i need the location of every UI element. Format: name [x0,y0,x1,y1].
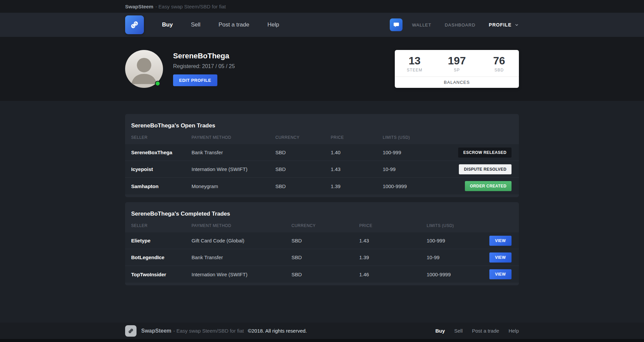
open-trades-panel: SereneBoThega's Open Trades SELLER PAYME… [125,114,519,197]
footer-brand: SwapSteem [141,328,171,334]
balance-steem-value: 13 [402,55,427,67]
seller-name: SereneBoxThega [131,150,192,155]
currency: SBD [291,238,359,243]
column-header-limits: LIMITS (USD) [427,223,487,228]
nav-profile-label: PROFILE [489,22,512,27]
column-header-seller: SELLER [131,223,192,228]
footer-tagline: - Easy swap Steem/SBD for fiat [173,328,244,334]
main-nav: Buy Sell Post a trade Help [162,21,279,28]
swapsteem-logo-icon[interactable] [125,15,144,34]
seller-name: BotLegendIce [131,254,192,260]
currency: SBD [291,254,359,260]
chat-button[interactable] [390,18,402,31]
price: 1.39 [331,183,383,189]
footer-links: Buy Sell Post a trade Help [435,328,519,334]
chat-bubble-icon [393,22,399,28]
payment-method: Gift Card Code (Global) [192,238,291,243]
view-button[interactable]: VIEW [489,236,512,246]
nav-dashboard-link[interactable]: DASHBOARD [445,22,475,27]
seller-name: Icyepoist [131,166,192,172]
avatar [125,50,163,88]
limits: 100-999 [383,150,445,155]
nav-bar: Buy Sell Post a trade Help WALLET DASHBO… [0,13,644,37]
footer-link-buy[interactable]: Buy [435,328,445,334]
online-status-dot [155,81,160,86]
escrow-released-button[interactable]: ESCROW RELEASED [458,148,512,158]
payment-method: Moneygram [192,183,275,189]
topbar: SwapSteem - Easy swap Steem/SBD for fiat [0,0,644,13]
nav-item-sell[interactable]: Sell [191,21,200,28]
completed-trades-title: SereneBoThega's Completed Trades [125,202,519,223]
dispute-resolved-button[interactable]: DISPUTE RESOLVED [459,164,512,174]
limits: 1000-9999 [383,183,445,189]
view-button[interactable]: VIEW [489,269,512,279]
limits: 10-99 [383,166,445,172]
seller-name: Samhapton [131,183,192,189]
nav-item-post-a-trade[interactable]: Post a trade [218,21,249,28]
nav-profile-menu[interactable]: PROFILE [489,22,519,27]
column-header-price: PRICE [359,223,427,228]
main-content: SereneBoThega's Open Trades SELLER PAYME… [0,101,644,323]
balance-sp: 197 SP [444,55,469,72]
column-header-currency: CURRENCY [291,223,359,228]
price: 1.39 [359,254,427,260]
column-header-price: PRICE [331,135,383,140]
nav-right: WALLET DASHBOARD PROFILE [390,18,519,31]
column-header-limits: LIMITS (USD) [383,135,445,140]
column-header-payment-method: PAYMENT METHOD [192,223,291,228]
table-row: Samhapton Moneygram SBD 1.39 1000-9999 O… [125,178,519,194]
completed-trades-panel: SereneBoThega's Completed Trades SELLER … [125,202,519,285]
nav-wallet-link[interactable]: WALLET [412,22,431,27]
footer-link-post-a-trade[interactable]: Post a trade [472,328,499,334]
edit-profile-button[interactable]: EDIT PROFILE [173,74,217,86]
table-row: TopTwoInsider Internation Wire (SWIFT) S… [125,266,519,283]
payment-method: Bank Transfer [192,254,291,260]
view-button[interactable]: VIEW [489,252,512,263]
completed-trades-header-row: SELLER PAYMENT METHOD CURRENCY PRICE LIM… [125,223,519,232]
topbar-brand: SwapSteem [125,4,153,9]
balance-sp-unit: SP [444,68,469,72]
balances-card: 13 STEEM 197 SP 76 SBD BALANCES [395,50,519,88]
open-trades-header-row: SELLER PAYMENT METHOD CURRENCY PRICE LIM… [125,135,519,144]
nav-item-help[interactable]: Help [267,21,279,28]
payment-method: Internation Wire (SWIFT) [192,166,275,172]
nav-item-buy[interactable]: Buy [162,21,173,28]
currency: SBD [291,272,359,277]
currency: SBD [275,150,331,155]
footer-link-sell[interactable]: Sell [454,328,463,334]
balance-sbd: 76 SBD [487,55,512,72]
balance-sp-value: 197 [444,55,469,67]
limits: 100-999 [427,238,487,243]
chevron-down-icon [515,23,519,27]
footer-link-help[interactable]: Help [508,328,519,334]
open-trades-title: SereneBoThega's Open Trades [125,114,519,135]
currency: SBD [275,166,331,172]
limits: 10-99 [427,254,487,260]
price: 1.46 [359,272,427,277]
balances-values: 13 STEEM 197 SP 76 SBD [395,50,519,76]
table-row: Elietype Gift Card Code (Global) SBD 1.4… [125,232,519,249]
topbar-tagline: - Easy swap Steem/SBD for fiat [155,4,226,9]
order-created-button[interactable]: ORDER CREATED [465,181,512,191]
profile-registered-date: Registered: 2017 / 05 / 25 [173,63,235,69]
balance-steem: 13 STEEM [402,55,427,72]
limits: 1000-9999 [427,272,487,277]
currency: SBD [275,183,331,189]
seller-name: Elietype [131,238,192,243]
profile-name: SereneBoThega [173,52,235,60]
payment-method: Internation Wire (SWIFT) [192,272,291,277]
balance-sbd-value: 76 [487,55,512,67]
price: 1.43 [359,238,427,243]
balances-title: BALANCES [395,76,519,88]
payment-method: Bank Transfer [192,150,275,155]
column-header-payment-method: PAYMENT METHOD [192,135,275,140]
profile-header: SereneBoThega Registered: 2017 / 05 / 25… [0,37,644,101]
profile-info: SereneBoThega Registered: 2017 / 05 / 25… [173,52,235,86]
balance-steem-unit: STEEM [402,68,427,72]
bottom-strip [0,339,644,342]
price: 1.43 [331,166,383,172]
seller-name: TopTwoInsider [131,272,192,277]
table-row: BotLegendIce Bank Transfer SBD 1.39 10-9… [125,249,519,266]
column-header-seller: SELLER [131,135,192,140]
footer-logo-icon[interactable] [125,325,137,337]
